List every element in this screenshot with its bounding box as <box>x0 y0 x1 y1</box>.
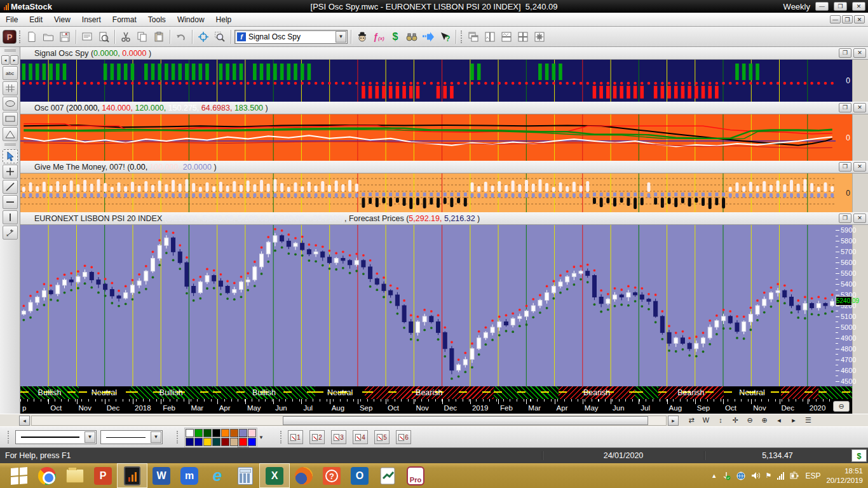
menu-window[interactable]: Window <box>172 13 210 26</box>
scrollbar-trough[interactable] <box>31 416 667 426</box>
menu-file[interactable]: File <box>0 13 24 26</box>
battery-icon[interactable] <box>790 471 799 480</box>
zoom-button[interactable] <box>212 29 227 44</box>
color-swatch[interactable] <box>230 429 238 437</box>
axis-zoom-out-button[interactable]: ⊖ <box>833 401 850 412</box>
line-weight-arrow[interactable]: ▼ <box>85 431 95 443</box>
action-center-flag-icon[interactable]: ⚑ <box>766 471 772 480</box>
ribbon-segment-bearish[interactable]: Bearish <box>658 386 723 399</box>
what-is-this-icon[interactable]: ? <box>437 29 452 44</box>
network-icon[interactable] <box>736 471 745 480</box>
save-button[interactable] <box>57 29 72 44</box>
menu-help[interactable]: Help <box>210 13 238 26</box>
page-setup-button[interactable] <box>79 29 95 44</box>
date-axis[interactable]: ⊖ pOctNovDec2018FebMarAprMayJunJulAugSep… <box>20 399 852 414</box>
zoom-in-button[interactable]: ⊕ <box>758 415 771 426</box>
color-swatch[interactable] <box>186 438 194 446</box>
palette-dropdown-arrow[interactable]: ▼ <box>259 435 264 440</box>
line-weight-dropdown[interactable]: ▼ <box>15 430 97 444</box>
scroll-right-button[interactable]: ▸ <box>10 55 18 65</box>
system-tester-icon[interactable]: $ <box>388 29 403 44</box>
paste-button[interactable] <box>151 29 166 44</box>
color-swatch[interactable] <box>248 429 256 437</box>
refresh-button[interactable]: ⇄ <box>685 415 698 426</box>
taskbar-metastock-pro[interactable]: Pro <box>402 463 430 488</box>
tile-rows-icon[interactable] <box>499 29 514 44</box>
ribbon-segment-bullish[interactable]: Bullish <box>213 386 316 399</box>
template-button-5[interactable]: 5 <box>374 430 390 444</box>
triangle-tool[interactable] <box>3 127 18 141</box>
taskbar-project[interactable] <box>374 463 402 488</box>
rectangle-tool[interactable] <box>3 112 18 126</box>
panel-price-maximize-button[interactable]: ❐ <box>839 214 851 223</box>
page-left-button[interactable]: ◂ <box>773 415 785 426</box>
panel-osc-maximize-button[interactable]: ❐ <box>839 103 851 112</box>
crosshair-button[interactable] <box>196 29 211 44</box>
weekly-period-button[interactable]: W <box>700 415 712 426</box>
menu-format[interactable]: Format <box>107 13 142 26</box>
scroll-right-arrow[interactable]: ▸ <box>668 416 679 426</box>
panel-signal-header[interactable]: Signal Osc Spy (0.0000, 0.0000 ) ❐ ✕ <box>20 47 868 60</box>
taskbar-metastock-active[interactable] <box>117 463 147 488</box>
text-tool[interactable]: abc <box>3 66 18 80</box>
page-right-button[interactable]: ▸ <box>787 415 800 426</box>
line-style-arrow[interactable]: ▼ <box>151 431 161 443</box>
print-preview-button[interactable] <box>96 29 111 44</box>
trendline-tool[interactable] <box>3 180 18 194</box>
taskbar-powerpoint[interactable]: P <box>89 463 117 488</box>
color-swatch[interactable] <box>212 438 220 446</box>
expert-dropdown[interactable]: f Signal Osc Spy ▼ <box>234 30 348 44</box>
color-swatch[interactable] <box>221 438 229 446</box>
menu-insert[interactable]: Insert <box>76 13 107 26</box>
template-button-6[interactable]: 6 <box>396 430 411 444</box>
restore-button[interactable]: ❐ <box>834 2 847 11</box>
taskbar-internet-explorer[interactable]: e <box>203 463 231 488</box>
vertical-line-tool[interactable] <box>3 210 18 224</box>
taskbar-outlook[interactable]: O <box>346 463 374 488</box>
panel-money-header[interactable]: Give Me The Money, 007! (0.00, 100.000, … <box>20 161 868 173</box>
taskbar-maxthon[interactable]: m <box>175 463 203 488</box>
taskbar-chrome[interactable] <box>33 463 61 488</box>
color-swatch[interactable] <box>239 429 247 437</box>
line-style-dropdown[interactable]: ▼ <box>100 430 163 444</box>
ribbon-segment-bullish[interactable]: Bullish <box>20 386 79 399</box>
menu-view[interactable]: View <box>48 13 76 26</box>
child-restore-button[interactable]: ❐ <box>842 15 853 24</box>
color-swatch[interactable] <box>194 438 203 446</box>
panel-price-header[interactable]: EURONEXT LISBON PSI 20 INDEX (5,213.01, … <box>20 212 868 225</box>
scroll-left-arrow[interactable]: ◂ <box>19 416 30 426</box>
color-swatch[interactable] <box>186 429 194 437</box>
ribbon-segment-bullish[interactable] <box>635 386 658 399</box>
taskbar-firefox[interactable] <box>290 463 318 488</box>
tile-columns-icon[interactable] <box>482 29 498 44</box>
crosshair-tool[interactable] <box>3 165 18 179</box>
metastock-p-icon[interactable]: P <box>3 30 17 44</box>
usb-icon[interactable] <box>722 471 731 480</box>
semilog-trendline-tool[interactable]: s <box>3 226 18 240</box>
expert-dropdown-arrow[interactable]: ▼ <box>336 31 346 43</box>
grid-tool[interactable] <box>3 81 18 95</box>
panel-osc-close-button[interactable]: ✕ <box>853 103 866 112</box>
color-swatch[interactable] <box>203 438 212 446</box>
panel-price-close-button[interactable]: ✕ <box>853 214 866 223</box>
indicator-builder-icon[interactable]: ƒ(x) <box>371 29 386 44</box>
copy-button[interactable] <box>135 29 150 44</box>
open-button[interactable] <box>41 29 56 44</box>
ribbon-segment-bearish[interactable] <box>781 386 818 399</box>
taskbar-excel-open[interactable]: X <box>259 463 290 488</box>
color-swatch[interactable] <box>203 429 212 437</box>
hidden-icons-chevron[interactable]: ▴ <box>712 471 716 480</box>
child-close-button[interactable]: ✕ <box>854 15 865 24</box>
money-chart-canvas[interactable] <box>20 173 836 212</box>
taskbar-help[interactable]: ? <box>318 463 346 488</box>
horizontal-line-tool[interactable] <box>3 195 18 209</box>
color-swatches[interactable] <box>184 428 257 447</box>
start-button[interactable] <box>5 463 33 488</box>
ribbon-segment-bullish[interactable]: Bullish <box>130 386 213 399</box>
panel-osc-header[interactable]: Osc 007 (200.000, 140.000, 120.000, 150.… <box>20 102 868 114</box>
panel-signal-close-button[interactable]: ✕ <box>853 48 866 58</box>
clock[interactable]: 18:51 20/12/2019 <box>826 466 863 485</box>
color-swatch[interactable] <box>212 429 220 437</box>
ellipse-tool[interactable] <box>3 97 18 111</box>
template-button-1[interactable]: 1 <box>288 430 303 444</box>
